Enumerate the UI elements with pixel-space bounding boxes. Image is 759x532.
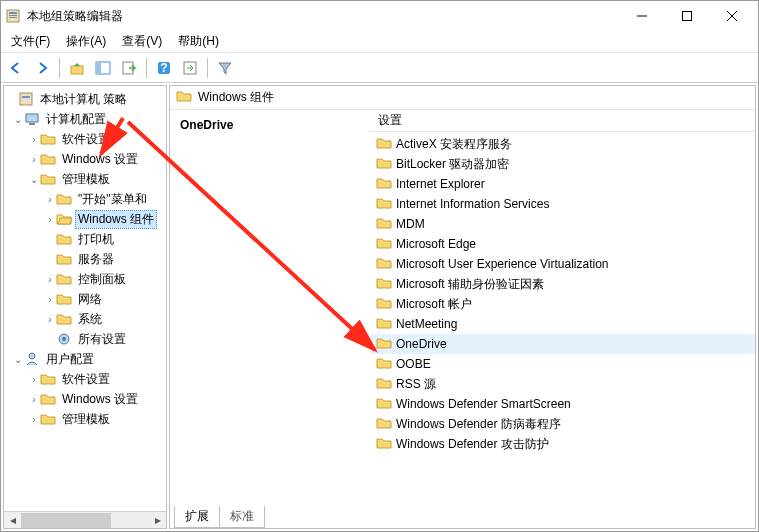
tree-user-software[interactable]: › 软件设置 [4, 369, 166, 389]
window-title: 本地组策略编辑器 [27, 8, 619, 25]
back-button[interactable] [4, 56, 28, 80]
list-item-label: Microsoft User Experience Virtualization [396, 257, 609, 271]
tree-h-scrollbar[interactable]: ◂ ▸ [4, 511, 166, 528]
list-item[interactable]: Windows Defender 防病毒程序 [370, 414, 755, 434]
up-button[interactable] [65, 56, 89, 80]
folder-icon [376, 355, 392, 374]
tree-user-windows-settings[interactable]: › Windows 设置 [4, 389, 166, 409]
column-setting[interactable]: 设置 [370, 112, 410, 129]
list-item[interactable]: OneDrive [370, 334, 755, 354]
svg-rect-10 [96, 62, 101, 74]
help-button[interactable]: ? [152, 56, 176, 80]
tree-control-panel[interactable]: › 控制面板 [4, 269, 166, 289]
list-item[interactable]: MDM [370, 214, 755, 234]
show-hide-tree-button[interactable] [91, 56, 115, 80]
tab-extended[interactable]: 扩展 [174, 506, 220, 528]
tree-windows-components[interactable]: › Windows 组件 [4, 209, 166, 229]
maximize-button[interactable] [664, 2, 709, 30]
tree-label: 服务器 [75, 250, 117, 269]
folder-icon [56, 311, 72, 327]
list-item[interactable]: ActiveX 安装程序服务 [370, 134, 755, 154]
list-item-label: MDM [396, 217, 425, 231]
expand-icon[interactable]: › [44, 194, 56, 205]
scroll-right-icon[interactable]: ▸ [149, 513, 166, 528]
expand-icon[interactable]: › [28, 414, 40, 425]
menu-file[interactable]: 文件(F) [7, 31, 54, 52]
tree-admin-templates[interactable]: ⌄ 管理模板 [4, 169, 166, 189]
collapse-icon[interactable]: ⌄ [28, 174, 40, 185]
tree-software-settings[interactable]: › 软件设置 [4, 129, 166, 149]
folder-icon [376, 275, 392, 294]
folder-icon [376, 175, 392, 194]
tree-label: 控制面板 [75, 270, 129, 289]
expand-icon[interactable]: › [44, 214, 56, 225]
forward-button[interactable] [30, 56, 54, 80]
collapse-icon[interactable]: ⌄ [12, 354, 24, 365]
expand-icon[interactable]: › [28, 394, 40, 405]
folder-icon [176, 88, 192, 107]
tree-start-menu[interactable]: › "开始"菜单和 [4, 189, 166, 209]
scroll-track[interactable] [21, 513, 149, 528]
list-item[interactable]: Microsoft 辅助身份验证因素 [370, 274, 755, 294]
tree-root[interactable]: 本地计算机 策略 [4, 89, 166, 109]
list-item-label: Internet Information Services [396, 197, 549, 211]
svg-text:?: ? [160, 61, 167, 75]
svg-point-20 [62, 337, 66, 341]
folder-icon [376, 295, 392, 314]
list-item[interactable]: Windows Defender SmartScreen [370, 394, 755, 414]
scroll-thumb[interactable] [21, 513, 111, 528]
list-item[interactable]: Windows Defender 攻击防护 [370, 434, 755, 454]
tree-system[interactable]: › 系统 [4, 309, 166, 329]
list-item[interactable]: Internet Information Services [370, 194, 755, 214]
tree-windows-settings[interactable]: › Windows 设置 [4, 149, 166, 169]
filter-button[interactable] [213, 56, 237, 80]
export-list-button[interactable] [117, 56, 141, 80]
folder-icon [56, 191, 72, 207]
tree-network[interactable]: › 网络 [4, 289, 166, 309]
tab-standard[interactable]: 标准 [219, 506, 265, 528]
expand-icon[interactable]: › [44, 274, 56, 285]
tree-computer-config[interactable]: ⌄ 计算机配置 [4, 109, 166, 129]
folder-icon [376, 215, 392, 234]
body: 本地计算机 策略 ⌄ 计算机配置 › 软件设置 › Windows 设置 [1, 83, 758, 531]
settings-list[interactable]: ActiveX 安装程序服务BitLocker 驱动器加密Internet Ex… [370, 132, 755, 506]
tree-label: 计算机配置 [43, 110, 109, 129]
tree-label: 所有设置 [75, 330, 129, 349]
list-item[interactable]: Microsoft Edge [370, 234, 755, 254]
menu-action[interactable]: 操作(A) [62, 31, 110, 52]
column-headers[interactable]: 设置 [370, 110, 755, 132]
svg-rect-17 [26, 114, 38, 122]
menu-help[interactable]: 帮助(H) [174, 31, 223, 52]
list-item[interactable]: RSS 源 [370, 374, 755, 394]
list-item[interactable]: BitLocker 驱动器加密 [370, 154, 755, 174]
minimize-button[interactable] [619, 2, 664, 30]
expand-icon[interactable]: › [44, 294, 56, 305]
policy-icon [18, 91, 34, 107]
list-item[interactable]: Internet Explorer [370, 174, 755, 194]
list-item-label: Internet Explorer [396, 177, 485, 191]
folder-open-icon [56, 211, 72, 227]
tree-server[interactable]: 服务器 [4, 249, 166, 269]
action-button[interactable] [178, 56, 202, 80]
tree-all-settings[interactable]: 所有设置 [4, 329, 166, 349]
list-item[interactable]: NetMeeting [370, 314, 755, 334]
folder-icon [40, 171, 56, 187]
expand-icon[interactable]: › [28, 154, 40, 165]
collapse-icon[interactable]: ⌄ [12, 114, 24, 125]
close-button[interactable] [709, 2, 754, 30]
list-item-label: Windows Defender 攻击防护 [396, 436, 549, 453]
tree-label: Windows 组件 [75, 210, 157, 229]
expand-icon[interactable]: › [44, 314, 56, 325]
list-item[interactable]: OOBE [370, 354, 755, 374]
list-item[interactable]: Microsoft User Experience Virtualization [370, 254, 755, 274]
tree[interactable]: 本地计算机 策略 ⌄ 计算机配置 › 软件设置 › Windows 设置 [4, 86, 166, 511]
scroll-left-icon[interactable]: ◂ [4, 513, 21, 528]
tree-user-config[interactable]: ⌄ 用户配置 [4, 349, 166, 369]
menu-view[interactable]: 查看(V) [118, 31, 166, 52]
list-item[interactable]: Microsoft 帐户 [370, 294, 755, 314]
expand-icon[interactable]: › [28, 374, 40, 385]
tree-user-admin-templates[interactable]: › 管理模板 [4, 409, 166, 429]
expand-icon[interactable]: › [28, 134, 40, 145]
tree-printer[interactable]: 打印机 [4, 229, 166, 249]
folder-icon [40, 151, 56, 167]
